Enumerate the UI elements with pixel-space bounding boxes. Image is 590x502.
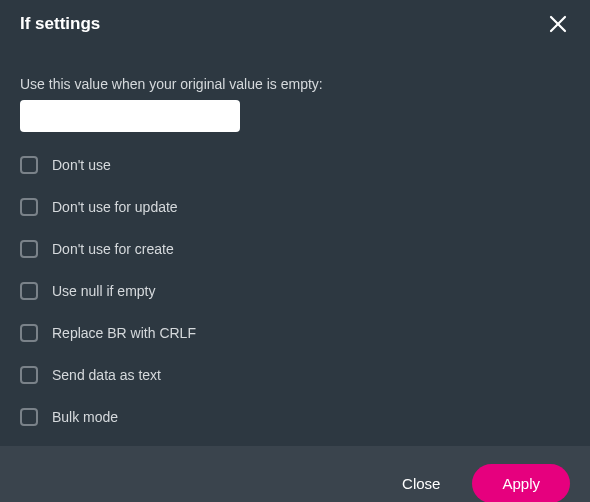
option-send-data-as-text[interactable]: Send data as text — [20, 366, 570, 384]
dialog-header: If settings — [0, 0, 590, 48]
option-label: Don't use — [52, 157, 111, 173]
checkbox-icon[interactable] — [20, 282, 38, 300]
dialog-title: If settings — [20, 14, 100, 34]
apply-button[interactable]: Apply — [472, 464, 570, 502]
close-icon[interactable] — [546, 12, 570, 36]
close-button[interactable]: Close — [394, 465, 448, 502]
checkbox-icon[interactable] — [20, 240, 38, 258]
option-dont-use[interactable]: Don't use — [20, 156, 570, 174]
option-dont-use-for-create[interactable]: Don't use for create — [20, 240, 570, 258]
option-label: Replace BR with CRLF — [52, 325, 196, 341]
checkbox-icon[interactable] — [20, 366, 38, 384]
option-label: Send data as text — [52, 367, 161, 383]
option-label: Bulk mode — [52, 409, 118, 425]
checkbox-icon[interactable] — [20, 198, 38, 216]
option-label: Don't use for create — [52, 241, 174, 257]
checkbox-icon[interactable] — [20, 156, 38, 174]
option-replace-br-with-crlf[interactable]: Replace BR with CRLF — [20, 324, 570, 342]
dialog-footer: Close Apply — [0, 446, 590, 502]
option-dont-use-for-update[interactable]: Don't use for update — [20, 198, 570, 216]
option-bulk-mode[interactable]: Bulk mode — [20, 408, 570, 426]
default-value-label: Use this value when your original value … — [20, 76, 570, 92]
checkbox-icon[interactable] — [20, 324, 38, 342]
option-label: Use null if empty — [52, 283, 155, 299]
default-value-input[interactable] — [20, 100, 240, 132]
option-label: Don't use for update — [52, 199, 178, 215]
dialog-content: Use this value when your original value … — [0, 48, 590, 446]
option-use-null-if-empty[interactable]: Use null if empty — [20, 282, 570, 300]
checkbox-icon[interactable] — [20, 408, 38, 426]
